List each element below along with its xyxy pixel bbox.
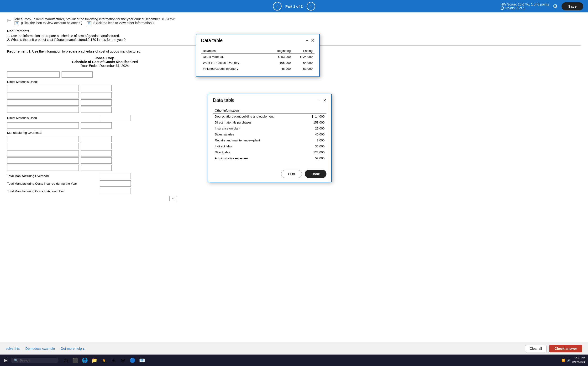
ending-header: Ending bbox=[293, 48, 315, 54]
modal-1-minimize[interactable]: − bbox=[305, 38, 308, 43]
next-button[interactable]: › bbox=[306, 2, 315, 10]
get-more-help-link[interactable]: Get more help ▴ bbox=[61, 347, 84, 351]
schedule-title: Schedule of Cost of Goods Manufactured bbox=[7, 60, 203, 64]
mo-row-5 bbox=[7, 165, 203, 171]
prev-button[interactable]: ‹ bbox=[273, 2, 282, 10]
mo-row-1 bbox=[7, 136, 203, 142]
top-input-row bbox=[7, 71, 203, 78]
done-button[interactable]: Done bbox=[305, 170, 326, 178]
dm-label-4[interactable] bbox=[7, 107, 79, 113]
gear-button[interactable]: ⚙ bbox=[553, 3, 558, 9]
content-header: ⊢ Jones Corp., a lamp manufacturer, prov… bbox=[7, 17, 581, 25]
dm-label-1[interactable] bbox=[7, 85, 79, 91]
mo-label-4[interactable] bbox=[7, 157, 79, 164]
top-label-input[interactable] bbox=[7, 71, 60, 78]
dm-label-2[interactable] bbox=[7, 92, 79, 99]
solve-this-link[interactable]: solve this bbox=[6, 347, 20, 351]
dm-used-label: Direct Materials Used bbox=[7, 116, 98, 120]
insurance-val: 27,000 bbox=[304, 125, 326, 131]
dm-used-total[interactable] bbox=[100, 115, 131, 121]
mo-label-5[interactable] bbox=[7, 165, 79, 171]
repairs-label: Repairs and maintenance—plant bbox=[213, 137, 304, 143]
save-button[interactable]: Save bbox=[561, 2, 583, 10]
demodocs-link[interactable]: Demodocs example bbox=[25, 347, 55, 351]
edge-icon[interactable]: 🌐 bbox=[81, 356, 89, 365]
mo-val-4[interactable] bbox=[81, 157, 112, 164]
dm-purchases-val: 153,000 bbox=[304, 119, 326, 125]
mo-label-2[interactable] bbox=[7, 143, 79, 149]
chrome-icon[interactable]: 🔵 bbox=[128, 356, 137, 365]
navigation-center: ‹ Part 1 of 2 › bbox=[273, 2, 315, 10]
search-box[interactable]: 🔍 bbox=[11, 358, 59, 363]
file-explorer-icon[interactable]: 📁 bbox=[90, 356, 99, 365]
app-taskbar: solve this Demodocs example Get more hel… bbox=[0, 342, 588, 355]
amazon-icon[interactable]: a bbox=[100, 356, 108, 365]
data-table-2: Data table − ✕ Other information: Deprec… bbox=[208, 94, 332, 182]
modal-2-minimize[interactable]: − bbox=[317, 98, 320, 103]
mo-row-4 bbox=[7, 157, 203, 164]
task-view-icon[interactable]: 🗂 bbox=[61, 356, 70, 365]
mo-val-3[interactable] bbox=[81, 150, 112, 156]
mo-label-1[interactable] bbox=[7, 136, 79, 142]
dm-val-4[interactable] bbox=[81, 107, 112, 113]
dm-ending-cell: $ 24,000 bbox=[293, 54, 315, 60]
taskbar-left: solve this Demodocs example Get more hel… bbox=[6, 347, 519, 351]
admin-expenses-val: 52,000 bbox=[304, 155, 326, 161]
extra-label-input[interactable] bbox=[7, 122, 79, 129]
total-mfg-costs-row: Total Manufacturing Costs Incurred durin… bbox=[7, 180, 203, 187]
total-mfg-overhead-row: Total Manufacturing Overhead bbox=[7, 173, 203, 179]
top-value-input[interactable] bbox=[62, 71, 93, 78]
direct-materials-label: Direct Materials Used: bbox=[7, 80, 203, 84]
taskbar-right: Clear all Check answer bbox=[525, 345, 582, 352]
schedule-area: Jones, Corp. Schedule of Cost of Goods M… bbox=[7, 56, 203, 194]
search-input[interactable] bbox=[20, 358, 53, 362]
clock: 9:35 PM 8/12/2024 bbox=[573, 356, 585, 364]
microsoft-teams-icon[interactable]: ⬛ bbox=[71, 356, 80, 365]
modal-1-header: Data table − ✕ bbox=[196, 34, 319, 46]
modal-2-controls: − ✕ bbox=[317, 98, 326, 103]
total-mfg-overhead-val[interactable] bbox=[100, 173, 131, 179]
other-info-icon[interactable]: ⊞ bbox=[87, 21, 91, 25]
account-balances-icon[interactable]: ⊞ bbox=[15, 21, 19, 25]
back-button[interactable]: ⊢ bbox=[7, 18, 11, 23]
other-info-header: Other information: bbox=[213, 108, 304, 114]
schedule-period: Year Ended December 31, 2024 bbox=[7, 64, 203, 68]
check-answer-button[interactable]: Check answer bbox=[549, 345, 582, 352]
mo-val-1[interactable] bbox=[81, 136, 112, 142]
apps-icon[interactable]: ⊞ bbox=[109, 356, 118, 365]
indirect-labor-label: Indirect labor bbox=[213, 143, 304, 149]
expand-button[interactable]: ··· bbox=[169, 196, 177, 201]
mo-label-3[interactable] bbox=[7, 150, 79, 156]
dm-val-1[interactable] bbox=[81, 85, 112, 91]
dm-val-3[interactable] bbox=[81, 99, 112, 106]
mo-val-2[interactable] bbox=[81, 143, 112, 149]
company-name: Jones, Corp. bbox=[7, 56, 203, 60]
schedule-header: Jones, Corp. Schedule of Cost of Goods M… bbox=[7, 56, 203, 68]
table-row: Repairs and maintenance—plant 8,000 bbox=[213, 137, 326, 143]
windows-start-icon[interactable]: ⊞ bbox=[3, 357, 9, 364]
extra-val-input[interactable] bbox=[81, 122, 112, 129]
mail-icon[interactable]: ✉ bbox=[119, 356, 127, 365]
fgi-label-cell: Finished Goods Inventory bbox=[201, 66, 270, 72]
total-mfg-account-val[interactable] bbox=[100, 188, 131, 194]
points-label: Points: 0 of 1 bbox=[501, 6, 549, 10]
total-mfg-costs-val[interactable] bbox=[100, 180, 131, 187]
print-button[interactable]: Print bbox=[281, 170, 302, 178]
volume-icon: 🔊 bbox=[567, 358, 571, 362]
beginning-header: Beginning bbox=[270, 48, 293, 54]
dm-row-4 bbox=[7, 107, 203, 113]
table-row: Depreciation, plant building and equipme… bbox=[213, 114, 326, 120]
modal-2-title: Data table bbox=[213, 98, 235, 103]
indirect-labor-val: 36,000 bbox=[304, 143, 326, 149]
dm-used-row: Direct Materials Used bbox=[7, 115, 203, 121]
dm-val-2[interactable] bbox=[81, 92, 112, 99]
modal-1-close[interactable]: ✕ bbox=[311, 38, 315, 43]
dm-label-3[interactable] bbox=[7, 99, 79, 106]
modal-2-close[interactable]: ✕ bbox=[323, 98, 326, 103]
mo-val-5[interactable] bbox=[81, 165, 112, 171]
clear-all-button[interactable]: Clear all bbox=[525, 345, 546, 352]
network-icon: 🛜 bbox=[561, 358, 565, 362]
outlook-icon[interactable]: 📧 bbox=[138, 356, 146, 365]
direct-labor-val: 128,000 bbox=[304, 149, 326, 155]
top-bar-right: HW Score: 16.67%, 1 of 6 points Points: … bbox=[501, 2, 583, 10]
